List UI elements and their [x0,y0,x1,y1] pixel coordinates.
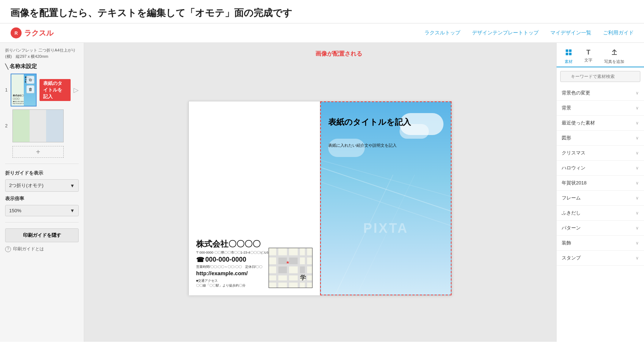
design-canvas: 株式会社〇〇〇〇 〒000-0000 〇〇県〇〇市〇〇1-23-4〇〇〇ビル5F… [188,101,452,295]
zoom-section: 表示倍率 150% ▼ [5,195,79,216]
category-stamp[interactable]: スタンプ ∨ [557,251,644,266]
right-toolbar: 素材 T 文字 写真を追加 🔍 [556,43,644,342]
left-sidebar: 折りパンフレット 二つ折りA4仕上がり(横) 縦297 x 横420mm ╲ 名… [0,43,84,342]
page-number-2: 2 [5,123,10,128]
fold-guide-dropdown[interactable]: 2つ折り(オモテ) ▼ [5,179,79,192]
category-shapes[interactable]: 図形 ∨ [557,131,644,146]
delete-page-btn[interactable]: 🗑 [26,85,34,93]
svg-text:R: R [15,31,18,36]
tab-sozai[interactable]: 素材 [560,46,577,67]
image-placement-label: 画像が配置される [315,50,362,58]
category-christmas[interactable]: クリスマス ∨ [557,146,644,161]
tel-icon: ☎ [196,256,204,264]
chevron-down-icon: ∨ [636,255,639,261]
tab-text[interactable]: T 文字 [580,46,597,67]
print-guide-toggle-button[interactable]: 印刷ガイドを隠す [5,228,79,242]
page-item-1[interactable]: 1 株式会社〇〇〇〇 ☎000-000-0000 http://example.… [5,74,79,106]
instruction-title: 画像を配置したら、テキストを編集して「オモテ」面の完成です [10,7,634,19]
add-page-button[interactable]: + [12,146,64,158]
chevron-down-icon: ∨ [636,105,639,111]
search-input[interactable] [560,71,640,82]
fold-guide-chevron-icon: ▼ [70,183,75,188]
svg-rect-24 [566,53,568,55]
svg-rect-22 [566,49,568,52]
map-grid-svg: ★ 学 [269,248,312,288]
app-body: 折りパンフレット 二つ折りA4仕上がり(横) 縦297 x 横420mm ╲ 名… [0,43,644,342]
nav-my-designs[interactable]: マイデザイン一覧 [550,30,591,36]
tel-number: 000-000-0000 [205,256,246,263]
sozai-tab-label: 素材 [565,59,573,64]
page-thumb-1[interactable]: 株式会社〇〇〇〇 ☎000-000-0000 http://example.co… [11,74,37,106]
nav-guide[interactable]: ご利用ガイド [603,30,634,36]
chevron-down-icon: ∨ [636,135,639,141]
category-nenga[interactable]: 年賀状2018 ∨ [557,176,644,191]
zoom-label: 表示倍率 [5,195,79,202]
svg-rect-13 [278,266,287,273]
logo-area: R ラクスル [10,27,83,39]
page-thumb-2[interactable] [12,109,64,142]
chevron-down-icon: ∨ [636,120,639,126]
print-guide-info[interactable]: ? 印刷ガイドとは [5,246,79,252]
nav-design-top[interactable]: デザインテンプレートトップ [472,30,539,36]
category-bg[interactable]: 背景 ∨ [557,101,644,116]
chevron-down-icon: ∨ [636,150,639,156]
text-icon: T [587,49,591,56]
search-wrapper: 🔍 [560,71,640,82]
category-list: 背景色の変更 ∨ 背景 ∨ 最近使った素材 ∨ 図形 ∨ クリスマス ∨ [557,86,644,266]
logo-icon: R [10,27,22,39]
svg-rect-7 [276,248,278,288]
zoom-dropdown[interactable]: 150% ▼ [5,205,79,216]
category-frame[interactable]: フレーム ∨ [557,191,644,206]
pixta-watermark: PIXTA [363,221,408,236]
thumb2-preview [13,110,63,142]
page-number-1: 1 [5,87,8,93]
zoom-chevron-icon: ▼ [70,208,75,213]
photo-icon [611,49,618,58]
text-tab-label: 文字 [584,57,592,63]
chevron-down-icon: ∨ [636,210,639,216]
chevron-down-icon: ∨ [636,195,639,201]
svg-rect-12 [289,257,298,264]
chevron-down-icon: ∨ [636,180,639,186]
svg-rect-10 [305,248,307,288]
fold-guide-section: 折りガイドを表示 2つ折り(オモテ) ▼ [5,170,79,192]
svg-rect-26 [612,54,617,55]
category-recent[interactable]: 最近使った素材 ∨ [557,116,644,131]
sozai-icon [565,49,572,58]
chevron-down-icon: ∨ [636,240,639,246]
doc-info: 折りパンフレット 二つ折りA4仕上がり(横) 縦297 x 横420mm [5,47,79,59]
page-item-2[interactable]: 2 [5,109,79,142]
photo-tab-label: 写真を追加 [604,59,624,64]
svg-rect-8 [287,248,289,288]
tab-photo[interactable]: 写真を追加 [600,46,629,67]
nav-top[interactable]: ラクスルトップ [424,30,460,36]
divider-1 [5,164,79,164]
svg-rect-14 [300,266,305,273]
category-fukidashi[interactable]: ふきだし ∨ [557,206,644,221]
cover-title[interactable]: 表紙のタイトルを記入 [328,117,443,128]
canvas-left-panel[interactable]: 株式会社〇〇〇〇 〒000-0000 〇〇県〇〇市〇〇1-23-4〇〇〇ビル5F… [189,101,320,295]
svg-rect-23 [569,49,572,52]
page-thumb-icons: ⧉ 🗑 [26,76,34,93]
page-list: 1 株式会社〇〇〇〇 ☎000-000-0000 http://example.… [5,74,79,142]
copy-page-btn[interactable]: ⧉ [26,76,34,84]
cover-subtitle[interactable]: 表紙に入れたい紹介文や説明文を記入 [328,142,443,149]
canvas-right-panel[interactable]: PIXTA 表紙のタイトルを記入 表紙に入れたい紹介文や説明文を記入 [320,101,452,295]
app-header: R ラクスル ラクスルトップ デザインテンプレートトップ マイデザイン一覧 ご利… [0,23,644,43]
svg-rect-25 [569,53,572,55]
app-container: R ラクスル ラクスルトップ デザインテンプレートトップ マイデザイン一覧 ご利… [0,23,644,342]
search-box: 🔍 [557,67,644,86]
category-pattern[interactable]: パターン ∨ [557,221,644,236]
fold-guide-label: 折りガイドを表示 [5,170,79,176]
canvas-area: 画像が配置される 株式会社〇〇〇〇 〒000-0000 〇〇県〇〇市〇〇1-23… [84,43,556,342]
chevron-down-icon: ∨ [636,165,639,171]
category-halloween[interactable]: ハロウィン ∨ [557,161,644,176]
category-bg-color[interactable]: 背景色の変更 ∨ [557,86,644,101]
chevron-down-icon: ∨ [636,90,639,96]
info-icon: ? [5,246,11,252]
next-page-arrow[interactable]: ▷ [74,86,79,94]
category-decoration[interactable]: 装飾 ∨ [557,236,644,251]
omote-badge: 表紙のタイトルを記入 [40,79,71,101]
map-box: ★ 学 [269,248,312,288]
chevron-down-icon: ∨ [636,225,639,231]
